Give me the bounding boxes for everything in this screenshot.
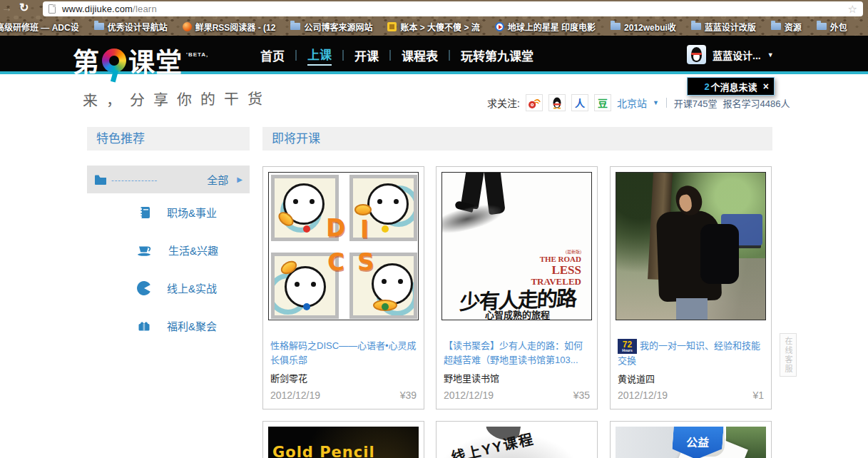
course-card[interactable]: D I C S 性格解码之DISC——心语者•心灵成长俱乐部 断剑零花 2012… [262,166,424,409]
logo-text-suffix: 课堂 [128,41,183,80]
bookmark-item[interactable]: 公司博客来源网站 [290,21,372,33]
72hours-badge: 72Hours [618,339,637,354]
nav-divider [389,50,391,61]
bookmark-item[interactable]: 地球上的星星 印度电影 [495,21,596,33]
sidebar-item-label: 职场&事业 [167,205,217,220]
nav-divider [342,50,344,61]
disc-letter: I [360,215,369,243]
bookmarks-bar: 高级研修班 — ADC设 优秀设计导航站 鲜果RSS阅读器 - (12 公司博客… [0,19,847,34]
browser-nav-buttons: → ↻ [1,1,29,14]
bookmark-item[interactable]: 鲜果RSS阅读器 - (12 [183,21,276,33]
cover-text: THE ROAD [531,255,581,263]
bookmark-item[interactable]: 外包 [817,21,847,33]
unread-count: 2 [704,81,709,92]
nav-explore[interactable]: 玩转第九课堂 [461,46,533,64]
unread-text: 个消息未读 [711,80,757,93]
gold-pencil-text: Gold Pencil [272,444,375,458]
bookmark-item[interactable]: 资源 [771,21,802,33]
folder-icon [94,23,104,30]
course-author[interactable]: 断剑零花 [270,371,417,385]
url-bar[interactable]: www.dijiuke.com/learn ☆ [43,1,863,16]
bookmark-item[interactable]: 优秀设计导航站 [94,21,168,33]
course-title[interactable]: 【读书聚会】少有人走的路：如何超越苦难（野地里读书馆第103... [444,339,591,367]
chevron-down-icon[interactable]: ▼ [653,99,659,106]
course-price: ¥1 [752,390,764,401]
bookmark-label: 蓝蓝设计改版 [705,21,756,33]
course-thumbnail-yy: 线上YY课程 [441,427,592,458]
nav-divider [449,50,450,61]
course-card-partial[interactable]: 公益 [610,421,772,458]
course-thumbnail-disc: D I C S [268,172,419,320]
sidebar-item-label: 线上&实战 [167,280,217,295]
user-menu[interactable]: 蓝蓝设计... ▼ [687,45,774,64]
top-nav: 首页 上课 开课 课程表 玩转第九课堂 [260,36,533,74]
course-price: ¥35 [573,390,590,401]
stats-students: 报名学习4486人 [723,96,790,110]
coffee-cup-icon [137,244,153,257]
course-title[interactable]: 72Hours我的一对一知识、经验和技能交换 [618,339,765,368]
logo-text-prefix: 第 [73,41,100,80]
site-tagline: 来，分享你的干货 [83,87,271,111]
bookmark-label: 2012webui收 [624,21,676,33]
play-icon [495,22,504,31]
reload-icon[interactable]: ↻ [19,1,29,14]
bookmark-label: 公司博客来源网站 [304,21,372,33]
bookmark-label: 账本 > 大傻不傻 > 流 [400,21,479,33]
unread-messages-toast[interactable]: 2 个消息未读 × [687,77,775,96]
sidebar-item-welfare[interactable]: 福利&聚会 [87,307,250,345]
bookmark-item[interactable]: 蓝蓝设计改版 [691,21,756,33]
course-card-partial[interactable]: Gold Pencil [262,421,424,458]
sidebar-item-online[interactable]: 线上&实战 [87,269,250,307]
bookmark-item[interactable]: 2012webui收 [611,21,676,33]
cover-text: LESS [531,263,581,277]
url-domain: www.dijiuke.com [62,4,133,14]
nav-home[interactable]: 首页 [260,46,285,64]
url-text[interactable]: www.dijiuke.com/learn [62,4,157,14]
follow-row: 求关注: 人 豆 北京站 ▼ 开课745堂 报名学习4486人 [487,93,790,112]
url-path: /learn [133,4,157,14]
tencent-weibo-icon[interactable] [548,94,566,111]
renren-icon[interactable]: 人 [571,94,588,111]
course-date: 2012/12/19 [444,390,494,401]
course-card[interactable]: (最新版) THE ROAD LESS TRAVELED 少有人走的路 心智成熟… [436,166,598,409]
arrow-right-icon: ▶ [237,175,242,183]
rss-reader-icon [183,22,192,31]
city-selector[interactable]: 北京站 [617,96,647,110]
bookmark-label: 优秀设计导航站 [108,21,168,33]
nav-open-class[interactable]: 开课 [354,46,379,64]
gift-basket-icon [137,320,151,332]
bookmark-label: 资源 [785,21,802,33]
online-service-tab[interactable]: 在线客服 [780,333,797,377]
course-title-text: 我的一对一知识、经验和技能交换 [618,340,760,366]
course-author[interactable]: 黄说道四 [618,372,765,385]
course-card-partial[interactable]: 线上YY课程 [436,421,598,458]
bookmark-star-icon[interactable]: ☆ [848,3,857,16]
disc-letter: C [327,248,344,276]
dashes: -------------- [111,175,207,184]
course-date: 2012/12/19 [618,390,668,401]
sina-weibo-icon[interactable] [526,94,543,111]
course-card[interactable]: 72Hours我的一对一知识、经验和技能交换 黄说道四 2012/12/19 ¥… [610,166,772,409]
course-date: 2012/12/19 [270,390,320,401]
course-title[interactable]: 性格解码之DISC——心语者•心灵成长俱乐部 [270,339,417,367]
sidebar-item-career[interactable]: 职场&事业 [87,193,250,231]
course-price: ¥39 [400,390,417,401]
folder-icon [290,23,300,30]
douban-icon[interactable]: 豆 [594,94,611,111]
sidebar-item-label: 生活&兴趣 [168,243,218,258]
bookmark-item[interactable]: 高级研修班 — ADC设 [0,21,79,33]
course-author[interactable]: 野地里读书馆 [444,371,591,385]
sidebar-item-life[interactable]: 生活&兴趣 [87,231,250,269]
sidebar-item-label: 全部 [207,172,228,187]
close-icon[interactable]: × [763,81,769,92]
forward-icon[interactable]: → [1,1,12,14]
browser-chrome: → ↻ www.dijiuke.com/learn ☆ 高级研修班 — ADC设… [0,0,868,36]
sidebar-item-all[interactable]: -------------- 全部 ▶ [87,166,250,193]
logo-color-wheel-9-icon [102,49,126,73]
nav-schedule[interactable]: 课程表 [402,46,438,64]
nav-divider [295,50,297,61]
bookmark-item[interactable]: 账本 > 大傻不傻 > 流 [387,21,479,33]
site-logo[interactable]: 第 课堂 'BETA, [73,41,208,80]
nav-take-class[interactable]: 上课 [307,45,332,66]
ledger-icon [387,22,397,31]
